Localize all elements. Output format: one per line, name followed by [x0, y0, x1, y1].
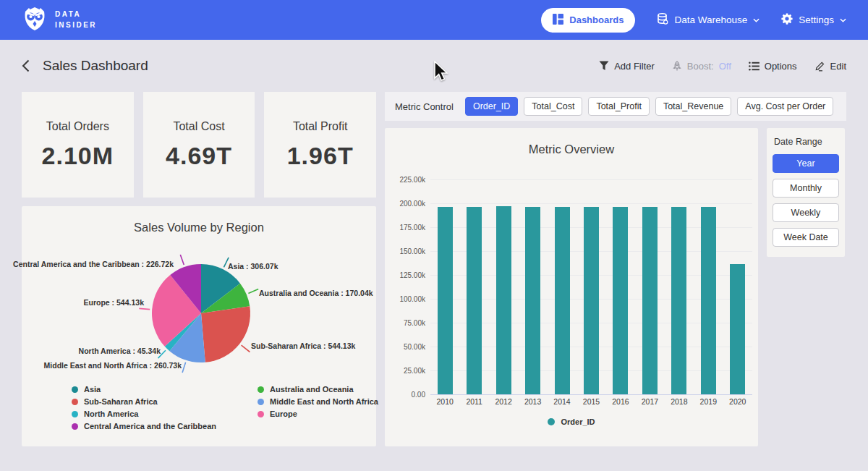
legend-label: North America	[84, 410, 138, 418]
legend-item-order-id[interactable]: Order_ID	[548, 417, 595, 426]
kpi-card-total-profit: Total Profit1.96T	[264, 92, 376, 198]
dashboard-icon	[553, 14, 563, 27]
pie-leader-line	[182, 362, 186, 373]
bar-2013[interactable]	[525, 207, 540, 394]
date-range-button-week-date[interactable]: Week Date	[773, 228, 839, 247]
legend-label: Middle East and North Africa	[270, 397, 378, 406]
legend-item-sub-saharan-africa[interactable]: Sub-Saharan Africa	[72, 397, 216, 406]
pie-leader-line	[248, 289, 258, 294]
bar-2019[interactable]	[701, 207, 716, 394]
date-range-button-year[interactable]: Year	[773, 154, 839, 173]
kpi-label: Total Orders	[46, 120, 109, 133]
chevron-down-icon	[840, 18, 846, 22]
edit-button[interactable]: Edit	[814, 61, 846, 72]
metric-button-order-id[interactable]: Order_ID	[465, 97, 518, 116]
metric-button-total-revenue[interactable]: Total_Revenue	[655, 97, 731, 116]
x-axis-label-2019: 2019	[694, 397, 723, 406]
x-axis-label-2013: 2013	[519, 397, 548, 406]
bar-2014[interactable]	[555, 207, 570, 394]
gear-icon	[781, 13, 793, 27]
legend-item-europe[interactable]: Europe	[258, 410, 378, 418]
kpi-label: Total Cost	[173, 120, 224, 133]
y-axis-tick: 125.00k	[385, 271, 425, 279]
bar-chart-title: Metric Overview	[385, 143, 758, 156]
nav-data-warehouse[interactable]: Data Warehouse	[657, 13, 760, 27]
metric-button-total-profit[interactable]: Total_Profit	[588, 97, 650, 116]
boost-label: Boost:	[687, 61, 714, 72]
legend-dot	[72, 386, 78, 393]
metric-button-avg-cost-per-order[interactable]: Avg. Cost per Order	[737, 97, 833, 116]
nav-dashboards-button[interactable]: Dashboards	[541, 8, 635, 33]
x-axis-label-2018: 2018	[665, 397, 694, 406]
bar-2018[interactable]	[671, 207, 686, 394]
pie-slice-label-europe: Europe : 544.13k	[84, 298, 144, 307]
top-navigation: Dashboards Data Warehouse Setti	[541, 8, 846, 33]
nav-dashboards-label: Dashboards	[569, 14, 624, 25]
metric-control-label: Metric Control	[395, 101, 454, 112]
legend-item-asia[interactable]: Asia	[72, 385, 216, 394]
brand-line1: DATA	[55, 9, 97, 20]
kpi-label: Total Profit	[293, 120, 348, 133]
bar-2017[interactable]	[642, 207, 658, 394]
x-axis-label-2015: 2015	[576, 397, 605, 406]
legend-label: Australia and Oceania	[270, 385, 354, 394]
kpi-row: Total Orders2.10MTotal Cost4.69TTotal Pr…	[22, 92, 376, 198]
edit-label: Edit	[830, 61, 846, 72]
gridline	[430, 394, 752, 395]
bar-chart-plot	[430, 179, 752, 394]
bar-2010[interactable]	[438, 207, 453, 394]
kpi-value: 4.69T	[166, 142, 232, 170]
bar-2015[interactable]	[584, 207, 599, 394]
pie-slice-label-australia-and-oceania: Australia and Oceania : 170.04k	[259, 289, 373, 297]
bar-chart-panel: Metric Overview 225.00k200.00k175.00k150…	[385, 128, 758, 446]
date-range-panel: Date Range YearMonthlyWeeklyWeek Date	[767, 128, 845, 257]
y-axis-tick: 150.00k	[385, 247, 425, 255]
date-range-button-monthly[interactable]: Monthly	[773, 179, 839, 198]
legend-item-north-america[interactable]: North America	[72, 410, 216, 418]
metric-button-total-cost[interactable]: Total_Cost	[524, 97, 582, 116]
legend-item-central-america-and-the-caribbean[interactable]: Central America and the Caribbean	[72, 422, 216, 430]
list-icon	[749, 61, 760, 71]
pie-leader-line	[242, 345, 250, 352]
bar-2016[interactable]	[613, 207, 628, 395]
legend-label: Asia	[84, 385, 101, 394]
bar-chart-x-axis: 2010201120122013201420152016201720182019…	[430, 397, 752, 406]
legend-label: Sub-Saharan Africa	[84, 397, 158, 406]
date-range-button-weekly[interactable]: Weekly	[773, 203, 839, 222]
database-icon	[657, 13, 668, 27]
pie-slice-label-asia: Asia : 306.07k	[228, 262, 278, 271]
nav-data-warehouse-label: Data Warehouse	[674, 14, 747, 25]
x-axis-label-2011: 2011	[460, 397, 489, 406]
nav-settings[interactable]: Settings	[781, 13, 846, 27]
bar-2011[interactable]	[467, 207, 482, 394]
nav-settings-label: Settings	[799, 14, 834, 25]
bar-2012[interactable]	[496, 206, 511, 394]
options-button[interactable]: Options	[749, 61, 797, 72]
brand-logo[interactable]: DATA INSIDER	[22, 6, 97, 35]
rocket-icon	[672, 61, 682, 72]
legend-dot	[72, 423, 78, 430]
pie-chart-panel: Sales Volume by Region Asia : 306.07kAus…	[22, 206, 376, 446]
pie-legend: AsiaSub-Saharan AfricaNorth AmericaCentr…	[72, 385, 378, 430]
x-axis-label-2010: 2010	[430, 397, 459, 406]
y-axis-tick: 175.00k	[385, 224, 425, 232]
main-content: Total Orders2.10MTotal Cost4.69TTotal Pr…	[0, 92, 868, 446]
legend-item-middle-east-and-north-africa[interactable]: Middle East and North Africa	[258, 397, 378, 406]
date-range-label: Date Range	[774, 137, 839, 147]
y-axis-tick: 25.00k	[385, 367, 425, 375]
topbar: DATA INSIDER Dashboards Data Warehouse	[0, 0, 868, 40]
boost-toggle[interactable]: Boost: Off	[672, 61, 731, 72]
x-axis-label-2017: 2017	[635, 397, 664, 406]
back-button[interactable]	[22, 59, 30, 72]
x-axis-label-2020: 2020	[723, 397, 752, 406]
y-axis-tick: 225.00k	[385, 176, 425, 184]
add-filter-button[interactable]: Add Filter	[599, 61, 655, 72]
bar-2020[interactable]	[730, 264, 745, 394]
y-axis-tick: 50.00k	[385, 343, 425, 351]
pie-slice-label-middle-east-and-north-africa: Middle East and North Africa : 260.73k	[44, 361, 182, 370]
legend-dot	[72, 411, 78, 417]
legend-item-australia-and-oceania[interactable]: Australia and Oceania	[258, 385, 378, 394]
pie-slice-sub-saharan-africa[interactable]	[201, 306, 250, 362]
legend-label: Europe	[270, 410, 297, 418]
add-filter-label: Add Filter	[614, 61, 655, 72]
